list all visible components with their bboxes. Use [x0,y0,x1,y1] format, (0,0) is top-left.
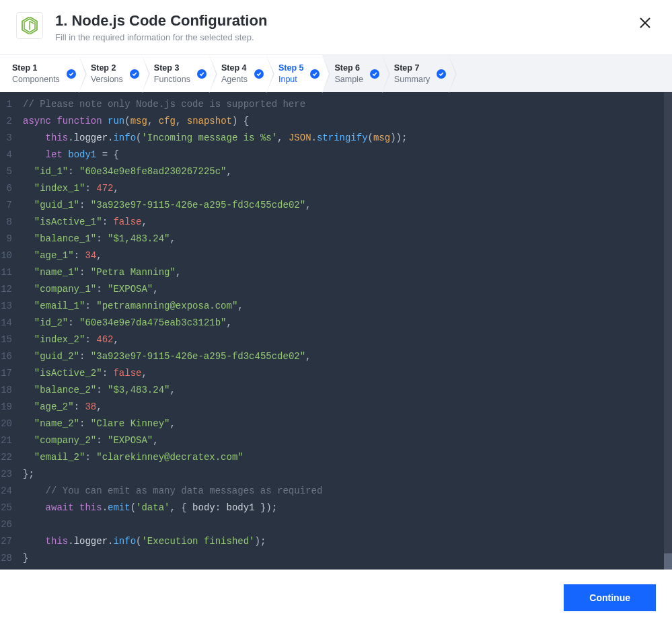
stepper: Step 1ComponentsStep 2VersionsStep 3Func… [0,54,672,92]
step-5[interactable]: Step 5Input [266,55,323,93]
code-content[interactable]: // Please note only Node.js code is supp… [19,92,672,570]
step-2[interactable]: Step 2Versions [79,55,142,93]
step-label: Step 1 [12,63,60,73]
close-icon [639,17,651,29]
step-label: Step 2 [91,63,123,73]
check-icon [310,69,320,79]
step-label: Step 4 [221,63,248,73]
check-icon [437,69,446,79]
step-sublabel: Input [278,75,304,85]
step-sublabel: Agents [221,75,248,85]
page-subtitle: Fill in the required information for the… [55,32,634,42]
step-sublabel: Components [12,75,60,85]
modal-header: 1. Node.js Code Configuration Fill in th… [0,0,672,54]
step-7[interactable]: Step 7Summary [382,55,449,93]
code-editor[interactable]: 1234567891011121314151617181920212223242… [0,92,672,570]
check-icon [130,69,139,79]
check-icon [197,69,207,79]
step-sublabel: Functions [154,75,190,85]
modal-root: 1. Node.js Code Configuration Fill in th… [0,0,672,626]
step-1[interactable]: Step 1Components [0,55,79,93]
step-sublabel: Summary [394,75,430,85]
step-3[interactable]: Step 3Functions [142,55,209,93]
modal-footer: Continue [0,570,672,626]
check-icon [254,69,264,79]
step-label: Step 3 [154,63,190,73]
nodejs-logo [16,12,43,39]
check-icon [370,69,379,79]
scrollbar-track[interactable] [664,92,672,570]
step-4[interactable]: Step 4Agents [209,55,266,93]
continue-button[interactable]: Continue [564,584,656,611]
step-label: Step 6 [334,63,363,73]
title-wrap: 1. Node.js Code Configuration Fill in th… [55,12,634,42]
nodejs-icon [22,17,38,34]
step-sublabel: Sample [334,75,363,85]
close-button[interactable] [634,12,656,34]
step-6[interactable]: Step 6Sample [322,55,381,93]
step-label: Step 5 [278,63,304,73]
line-gutter: 1234567891011121314151617181920212223242… [0,92,19,570]
step-sublabel: Versions [91,75,123,85]
step-label: Step 7 [394,63,430,73]
scrollbar-thumb[interactable] [664,553,672,570]
page-title: 1. Node.js Code Configuration [55,12,634,30]
check-icon [67,69,76,79]
